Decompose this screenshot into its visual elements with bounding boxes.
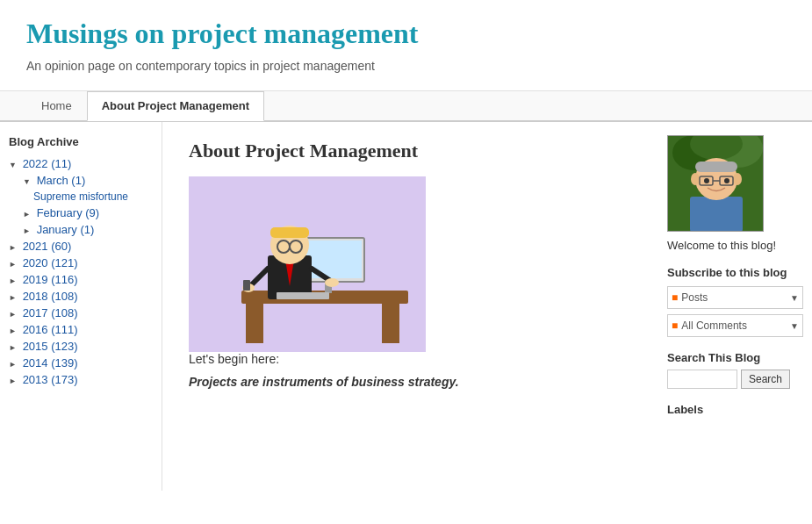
right-sidebar: Welcome to this blog! Subscribe to this … — [658, 122, 812, 491]
year-label-2020: 2020 (121) — [23, 256, 78, 269]
svg-rect-11 — [270, 227, 309, 238]
chevron-right-icon — [9, 273, 19, 286]
blog-title: Musings on project management — [26, 18, 786, 50]
main-layout: Blog Archive 2022 (11) March (1) Supreme… — [0, 122, 812, 491]
svg-point-34 — [704, 178, 709, 183]
archive-month-january[interactable]: January (1) — [9, 221, 153, 238]
archive-year-2016[interactable]: 2016 (111) — [9, 321, 153, 338]
month-label-february: February (9) — [37, 206, 100, 219]
search-section: Search This Blog Search — [667, 351, 803, 389]
archive-year-2018[interactable]: 2018 (108) — [9, 288, 153, 305]
chevron-down-icon: ▼ — [790, 293, 799, 303]
blog-subtitle: An opinion page on contemporary topics i… — [26, 59, 786, 73]
chevron-down-icon — [9, 157, 19, 170]
archive-year-2022[interactable]: 2022 (11) — [9, 155, 153, 172]
archive-post-supreme[interactable]: Supreme misfortune — [9, 189, 153, 205]
search-button[interactable]: Search — [741, 370, 790, 389]
nav: Home About Project Management — [0, 91, 812, 122]
year-label-2019: 2019 (116) — [23, 273, 78, 286]
chevron-right-icon — [9, 290, 19, 303]
year-label-2016: 2016 (111) — [23, 323, 78, 336]
archive-year-2019[interactable]: 2019 (116) — [9, 271, 153, 288]
chevron-right-icon — [9, 306, 19, 319]
year-label-2014: 2014 (139) — [23, 356, 78, 370]
year-label-2018: 2018 (108) — [23, 290, 78, 303]
cartoon-image — [189, 176, 426, 352]
year-label-2017: 2017 (108) — [23, 306, 78, 319]
subscribe-title: Subscribe to this blog — [667, 266, 803, 279]
archive-title: Blog Archive — [9, 135, 153, 148]
left-sidebar: Blog Archive 2022 (11) March (1) Supreme… — [0, 122, 162, 491]
post-link-supreme[interactable]: Supreme misfortune — [33, 190, 128, 203]
year-label-2013: 2013 (173) — [23, 373, 78, 386]
rss-icon-comments: ■ — [672, 319, 678, 332]
welcome-text: Welcome to this blog! — [667, 239, 803, 252]
nav-about[interactable]: About Project Management — [87, 91, 264, 121]
svg-rect-28 — [695, 162, 737, 172]
posts-label: Posts — [681, 291, 708, 304]
profile-image — [667, 135, 764, 232]
archive-year-2015[interactable]: 2015 (123) — [9, 338, 153, 355]
chevron-right-icon — [9, 373, 19, 386]
year-label-2022: 2022 (11) — [23, 157, 72, 170]
archive-month-february[interactable]: February (9) — [9, 205, 153, 221]
search-box: Search — [667, 370, 803, 389]
header: Musings on project management An opinion… — [0, 0, 812, 91]
archive-month-march[interactable]: March (1) — [9, 172, 153, 189]
chevron-right-icon — [9, 340, 19, 353]
chevron-down-icon — [23, 174, 33, 187]
chevron-right-icon — [9, 240, 19, 253]
archive-year-2013[interactable]: 2013 (173) — [9, 371, 153, 388]
nav-home[interactable]: Home — [26, 91, 87, 120]
svg-rect-18 — [277, 292, 329, 299]
archive-year-2017[interactable]: 2017 (108) — [9, 305, 153, 321]
posts-subscribe-dropdown[interactable]: ■Posts ▼ — [667, 286, 803, 309]
svg-point-29 — [691, 173, 700, 185]
chevron-right-icon — [23, 223, 33, 236]
chevron-right-icon — [9, 356, 19, 370]
rss-icon-posts: ■ — [672, 291, 678, 304]
comments-label: All Comments — [681, 319, 747, 332]
svg-point-17 — [325, 278, 339, 287]
chevron-right-icon — [23, 206, 33, 219]
svg-rect-20 — [243, 280, 250, 291]
archive-year-2021[interactable]: 2021 (60) — [9, 238, 153, 255]
comments-subscribe-dropdown[interactable]: ■All Comments ▼ — [667, 314, 803, 337]
labels-title: Labels — [667, 403, 803, 416]
profile-svg — [668, 135, 763, 232]
cartoon-svg — [189, 176, 426, 352]
chevron-right-icon — [9, 323, 19, 336]
page-title: About Project Management — [189, 140, 632, 162]
search-input[interactable] — [667, 370, 737, 389]
archive-year-2014[interactable]: 2014 (139) — [9, 355, 153, 371]
intro-text: Let's begin here: — [189, 352, 632, 366]
svg-point-35 — [724, 178, 729, 183]
month-label-january: January (1) — [37, 223, 95, 236]
search-this-blog-title: Search This Blog — [667, 351, 803, 364]
chevron-right-icon — [9, 256, 19, 269]
svg-rect-2 — [246, 304, 263, 343]
month-label-march: March (1) — [37, 174, 86, 187]
main-content: About Project Management — [162, 122, 658, 491]
chevron-down-icon: ▼ — [790, 321, 799, 331]
svg-rect-25 — [690, 197, 743, 232]
svg-point-30 — [733, 173, 742, 185]
year-label-2021: 2021 (60) — [23, 240, 72, 253]
quote-text: Projects are instruments of business str… — [189, 375, 632, 389]
year-label-2015: 2015 (123) — [23, 340, 78, 353]
svg-rect-3 — [382, 304, 399, 343]
archive-year-2020[interactable]: 2020 (121) — [9, 255, 153, 271]
